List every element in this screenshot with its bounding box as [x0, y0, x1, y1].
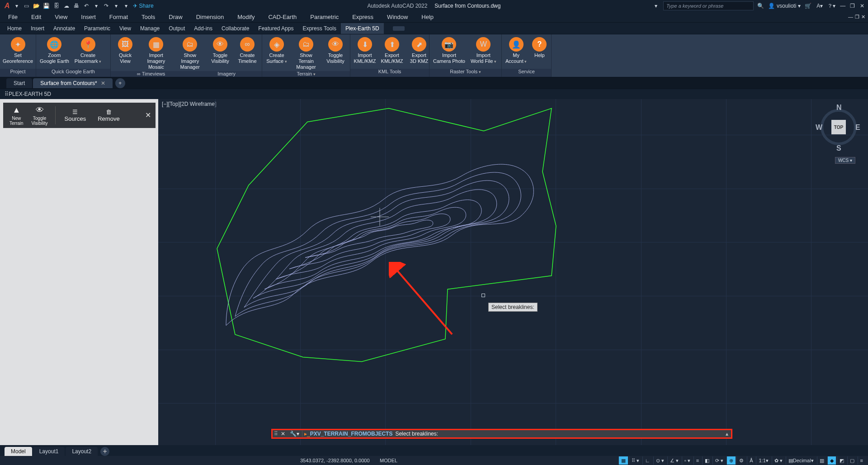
tab-output[interactable]: Output: [164, 23, 189, 34]
menu-parametric[interactable]: Parametric: [306, 12, 343, 22]
zoom-google-earth-button[interactable]: 🌐Zoom Google Earth: [37, 36, 72, 65]
command-line[interactable]: ⠿ ✕ 🔧▾ ▸_ PXV_TERRAIN_FROMOBJECTS Select…: [271, 429, 732, 439]
palette-close-icon[interactable]: ✕: [145, 111, 151, 119]
wcs-dropdown[interactable]: WCS ▾: [835, 157, 855, 164]
viewcube-e[interactable]: E: [855, 123, 860, 132]
quick-view-button[interactable]: 🖼Quick View: [112, 36, 139, 65]
menu-file[interactable]: File: [4, 12, 22, 22]
undo-icon[interactable]: ↶: [82, 2, 90, 10]
snap-toggle[interactable]: ⠿ ▾: [629, 456, 642, 465]
annotation-scale[interactable]: 1:1 ▾: [756, 456, 770, 465]
create-placemark-button[interactable]: 📍Create Placemark: [72, 36, 104, 66]
tab-insert[interactable]: Insert: [26, 23, 49, 34]
drawing-canvas[interactable]: [−][Top][2D Wireframe]: [158, 99, 868, 457]
user-account[interactable]: 👤 vsoulioti ▾: [768, 3, 801, 9]
menu-dimension[interactable]: Dimension: [192, 12, 228, 22]
tab-parametric[interactable]: Parametric: [80, 23, 115, 34]
help-button[interactable]: ?Help: [529, 36, 549, 59]
layout-tab-model[interactable]: Model: [5, 447, 32, 456]
create-timeline-button[interactable]: ∞Create Timeline: [234, 36, 261, 65]
viewcube-top[interactable]: TOP: [831, 120, 846, 134]
grid-display-toggle[interactable]: ▦: [618, 456, 628, 465]
new-terrain-button[interactable]: ▲New Terrain: [7, 105, 26, 126]
import-kml-button[interactable]: ⬇Import KML/KMZ: [351, 36, 378, 65]
menu-tools[interactable]: Tools: [137, 12, 160, 22]
cart-icon[interactable]: 🛒: [803, 1, 812, 10]
menu-insert[interactable]: Insert: [76, 12, 100, 22]
viewcube-n[interactable]: N: [836, 104, 842, 112]
tab-addins[interactable]: Add-ins: [189, 23, 217, 34]
command-customize-icon[interactable]: 🔧▾: [287, 431, 302, 437]
isoplane-toggle[interactable]: ∠ ▾: [667, 456, 681, 465]
cycling-toggle[interactable]: ⟳ ▾: [712, 456, 726, 465]
workspace-switch[interactable]: ✿ ▾: [772, 456, 785, 465]
hardware-accel-toggle[interactable]: ◆: [827, 456, 836, 465]
import-world-file-button[interactable]: WImport World File: [468, 36, 499, 66]
export-3d-kmz-button[interactable]: ⬈Export 3D KMZ: [406, 36, 433, 65]
annotation-monitor-toggle[interactable]: Å: [747, 456, 755, 465]
isolate-objects-toggle[interactable]: ◩: [837, 456, 846, 465]
dynamic-input-toggle[interactable]: ⊕: [726, 456, 736, 465]
quick-properties-toggle[interactable]: ▥: [817, 456, 826, 465]
create-surface-button[interactable]: ◈Create Surface: [263, 36, 290, 66]
remove-button[interactable]: 🗑Remove: [93, 109, 124, 122]
ribbon-appearance-toggle[interactable]: [393, 26, 405, 31]
qat-more-icon[interactable]: ▾: [122, 2, 130, 10]
undo-dropdown-icon[interactable]: ▾: [92, 2, 100, 10]
share-button[interactable]: ✈ Share: [133, 3, 154, 9]
doc-restore-button[interactable]: ❐: [854, 14, 860, 20]
tab-collaborate[interactable]: Collaborate: [217, 23, 254, 34]
open-icon[interactable]: 📂: [33, 2, 41, 10]
plot-icon[interactable]: 🖶: [72, 2, 80, 10]
command-close-icon[interactable]: ✕: [279, 431, 287, 437]
help-icon[interactable]: ？▾: [827, 1, 836, 10]
menu-window[interactable]: Window: [382, 12, 412, 22]
customization-menu[interactable]: ≡: [858, 456, 865, 465]
menu-view[interactable]: View: [50, 12, 72, 22]
toggle-visibility-imagery-button[interactable]: 👁Toggle Visibility: [207, 36, 234, 65]
clean-screen-toggle[interactable]: ▢: [847, 456, 857, 465]
menu-draw[interactable]: Draw: [164, 12, 187, 22]
menu-edit[interactable]: Edit: [27, 12, 46, 22]
polar-toggle[interactable]: ⊙ ▾: [653, 456, 666, 465]
transparency-toggle[interactable]: ◧: [702, 456, 712, 465]
doc-minimize-button[interactable]: —: [847, 14, 854, 20]
sources-button[interactable]: ☰Sources: [60, 109, 91, 122]
redo-icon[interactable]: ↷: [102, 2, 110, 10]
import-imagery-mosaic-button[interactable]: ▦Import Imagery Mosaic: [139, 36, 174, 71]
save-icon[interactable]: 💾: [42, 2, 51, 10]
search-icon[interactable]: 🔍: [756, 1, 765, 10]
tab-express-tools[interactable]: Express Tools: [298, 23, 340, 34]
autodesk-app-icon[interactable]: A▾: [815, 1, 824, 10]
layout-tab-layout2[interactable]: Layout2: [66, 447, 98, 456]
close-button[interactable]: ✕: [858, 2, 866, 10]
tab-manage[interactable]: Manage: [136, 23, 164, 34]
toggle-visibility-button[interactable]: 👁Toggle Visibility: [29, 105, 51, 126]
viewcube-s[interactable]: S: [836, 144, 841, 152]
close-tab-icon[interactable]: ✕: [101, 80, 105, 86]
osnap-toggle[interactable]: ▫ ▾: [682, 456, 693, 465]
viewcube-w[interactable]: W: [816, 123, 822, 132]
maximize-button[interactable]: ❐: [849, 2, 857, 10]
tab-plex-earth-5d[interactable]: Plex-Earth 5D: [341, 23, 384, 34]
menu-format[interactable]: Format: [105, 12, 132, 22]
toggle-visibility-terrain-button[interactable]: 👁Toggle Visibility: [322, 36, 349, 65]
tab-view[interactable]: View: [115, 23, 136, 34]
saveas-icon[interactable]: 🗄: [52, 2, 61, 10]
status-model-label[interactable]: MODEL: [380, 458, 397, 463]
doc-close-button[interactable]: ✕: [860, 14, 866, 20]
minimize-button[interactable]: —: [839, 2, 847, 10]
layout-tab-layout1[interactable]: Layout1: [33, 447, 65, 456]
export-kml-button[interactable]: ⬆Export KML/KMZ: [378, 36, 406, 65]
new-tab-button[interactable]: +: [115, 78, 125, 88]
command-drag-handle[interactable]: ⠿: [273, 431, 279, 437]
ortho-toggle[interactable]: ∟: [642, 456, 652, 465]
command-expand-icon[interactable]: ▴: [723, 431, 731, 437]
search-dropdown-icon[interactable]: ▾: [651, 1, 660, 10]
set-georeference-button[interactable]: ✦Set Georeference: [1, 36, 35, 65]
panel-label[interactable]: Terrain: [262, 71, 350, 77]
new-icon[interactable]: ▭: [23, 2, 31, 10]
menu-modify[interactable]: Modify: [233, 12, 259, 22]
search-input[interactable]: Type a keyword or phrase: [663, 1, 754, 10]
web-mobile-icon[interactable]: ☁: [62, 2, 71, 10]
